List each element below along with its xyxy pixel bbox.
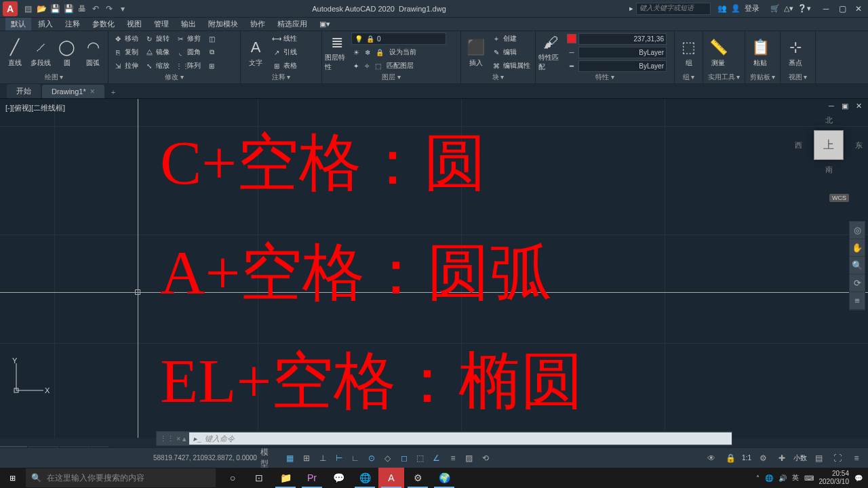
layer-ico3[interactable]: 🔒 [374, 46, 386, 58]
share-icon[interactable]: 👥 [717, 4, 727, 13]
filetab-start[interactable]: 开始 [7, 84, 41, 98]
insert-block-button[interactable]: ⬛插入 [464, 33, 488, 72]
user-icon[interactable]: 👤 [731, 4, 741, 13]
mirror-button[interactable]: ⧋镜像 [142, 46, 172, 58]
help-icon[interactable]: ❔▾ [797, 4, 811, 13]
panel-annotate[interactable]: 注释 ▾ [243, 72, 319, 83]
tab-manage[interactable]: 管理 [149, 18, 174, 30]
app-switcher-icon[interactable]: △▾ [784, 4, 793, 13]
tray-notif-icon[interactable]: 💬 [854, 474, 863, 482]
circle-button[interactable]: ◯圆 [55, 33, 79, 72]
filetab-drawing1[interactable]: Drawing1*× [42, 85, 104, 98]
nav-orbit-icon[interactable]: ⟳ [850, 274, 865, 292]
linear-dim-button[interactable]: ⟷线性 [270, 33, 299, 45]
linetype-combo[interactable]: ─ByLayer [565, 46, 669, 58]
status-osnap-icon[interactable]: ◻ [397, 451, 412, 466]
status-dyn-icon[interactable]: ⊢ [332, 451, 347, 466]
move-button[interactable]: ✥移动 [111, 33, 140, 45]
qat-new-icon[interactable]: ▤ [22, 3, 34, 15]
task-cortana-icon[interactable]: ○ [220, 468, 245, 488]
basepoint-button[interactable]: ⊹基点 [783, 33, 808, 72]
panel-props[interactable]: 特性 ▾ [538, 72, 671, 83]
block-create[interactable]: +创建 [490, 33, 532, 45]
tab-annotate[interactable]: 注释 [60, 18, 85, 30]
status-clean-icon[interactable]: ⛶ [830, 451, 845, 466]
leader-button[interactable]: ↗引线 [270, 46, 299, 58]
tray-up-icon[interactable]: ˄ [756, 474, 760, 482]
cmd-close-icon[interactable]: × [176, 434, 180, 443]
task-settings-icon[interactable]: ⚙ [405, 468, 431, 488]
minimize-button[interactable]: ─ [819, 3, 833, 15]
fillet-button[interactable]: ◟圆角 [174, 46, 203, 58]
qat-more-icon[interactable]: ▾ [117, 3, 129, 15]
qat-redo-icon[interactable]: ↷ [103, 3, 115, 15]
status-grid-icon[interactable]: ▦ [283, 451, 298, 466]
cmd-grip-icon[interactable]: ⋮⋮ [159, 434, 174, 443]
vp-close-icon[interactable]: ✕ [853, 102, 864, 111]
nav-zoom-icon[interactable]: 🔍 [850, 257, 865, 274]
task-chrome-icon[interactable]: 🌐 [352, 468, 378, 488]
task-wechat-icon[interactable]: 💬 [326, 468, 351, 488]
vp-max-icon[interactable]: ▣ [840, 102, 850, 111]
task-explorer-icon[interactable]: 📁 [273, 468, 298, 488]
status-polar-icon[interactable]: ⊙ [364, 451, 379, 466]
login-link[interactable]: 登录 [745, 3, 760, 14]
stretch-button[interactable]: ⇲拉伸 [111, 60, 140, 72]
nav-wheel-icon[interactable]: ◎ [850, 222, 865, 239]
qat-saveas-icon[interactable]: 💾 [62, 3, 75, 15]
array-button[interactable]: ⋮⋮阵列 [174, 60, 203, 72]
color-combo[interactable]: 237,31,36 [565, 33, 669, 45]
tab-expand-icon[interactable]: ▣▾ [314, 18, 336, 30]
tab-insert[interactable]: 插入 [33, 18, 58, 30]
panel-modify[interactable]: 修改 ▾ [111, 72, 237, 83]
lineweight-combo[interactable]: ━ByLayer [565, 60, 669, 72]
panel-view[interactable]: 视图 ▾ [783, 72, 812, 83]
measure-button[interactable]: 📏测量 [706, 33, 730, 72]
status-snap-icon[interactable]: ⊞ [299, 451, 314, 466]
status-units[interactable]: 小数 [793, 453, 807, 463]
qat-plot-icon[interactable]: 🖶 [76, 3, 88, 15]
paste-button[interactable]: 📋粘贴 [748, 33, 772, 72]
scale-button[interactable]: ⤡缩放 [142, 60, 172, 72]
layer-props-button[interactable]: ≣图层特性 [325, 33, 349, 72]
panel-group[interactable]: 组 ▾ [677, 72, 700, 83]
status-lwt-icon[interactable]: ≡ [446, 451, 460, 466]
status-ortho-icon[interactable]: ∟ [348, 451, 363, 466]
command-line[interactable]: ⋮⋮×▴ ▸_键入命令 [156, 431, 732, 446]
layer-ico2[interactable]: ❄ [363, 46, 372, 58]
group-button[interactable]: ⬚组 [677, 33, 700, 72]
polyline-button[interactable]: ⟋多段线 [29, 33, 54, 72]
close-button[interactable]: ✕ [852, 3, 865, 15]
tab-default[interactable]: 默认 [5, 18, 31, 30]
layer-setcurrent[interactable]: 设为当前 [387, 46, 418, 58]
status-scale[interactable]: 1:1 [742, 454, 751, 462]
tray-ime[interactable]: 英 [792, 473, 799, 483]
maximize-button[interactable]: ▢ [835, 3, 849, 15]
status-infer-icon[interactable]: ⊥ [315, 451, 330, 466]
tray-clock[interactable]: 20:542020/3/10 [819, 470, 850, 486]
view-label[interactable]: [-][俯视][二维线框] [5, 103, 65, 113]
text-button[interactable]: A文字 [243, 33, 268, 72]
rotate-button[interactable]: ↻旋转 [142, 33, 172, 45]
tab-addins[interactable]: 附加模块 [203, 18, 243, 30]
nav-pan-icon[interactable]: ✋ [850, 239, 865, 257]
app-logo[interactable]: A [3, 1, 18, 16]
block-edit[interactable]: ✎编辑 [490, 46, 532, 58]
panel-draw[interactable]: 绘图 ▾ [3, 72, 105, 83]
mod-ext3-icon[interactable]: ⊞ [205, 60, 218, 72]
tab-param[interactable]: 参数化 [87, 18, 120, 30]
windows-search-input[interactable]: 🔍在这里输入你要搜索的内容 [26, 468, 216, 487]
drawing-canvas[interactable]: [-][俯视][二维线框] ─ ▣ ✕ C+空格：圆 A+空格：圆弧 EL+空格… [0, 99, 868, 438]
layer-ico4[interactable]: ✦ [351, 60, 361, 72]
status-otrack-icon[interactable]: ∠ [429, 451, 444, 466]
panel-layer[interactable]: 图层 ▾ [325, 72, 458, 83]
status-ws-icon[interactable]: ⚙ [755, 451, 770, 466]
wcs-badge[interactable]: WCS [829, 194, 849, 202]
task-premiere-icon[interactable]: Pr [299, 468, 325, 488]
status-iso-icon[interactable]: ◇ [380, 451, 395, 466]
tab-view[interactable]: 视图 [121, 18, 147, 30]
status-custom-icon[interactable]: ≡ [849, 451, 864, 466]
cart-icon[interactable]: 🛒 [770, 4, 780, 13]
filetab-add-button[interactable]: + [106, 86, 121, 98]
panel-util[interactable]: 实用工具 ▾ [706, 72, 742, 83]
